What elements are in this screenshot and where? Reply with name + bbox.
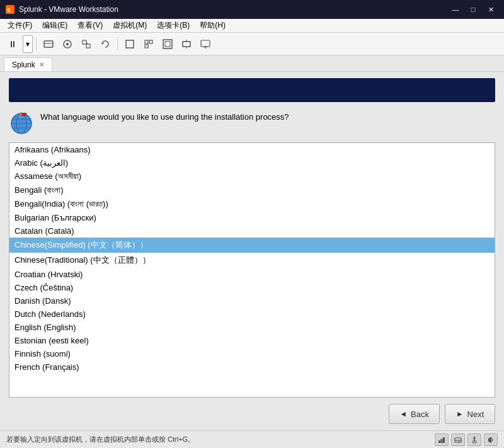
language-item[interactable]: Chinese(Traditional) (中文（正體）） [9, 253, 495, 268]
back-label: Back [411, 410, 429, 419]
language-item[interactable]: English (English) [9, 321, 495, 334]
language-item[interactable]: Estonian (eesti keel) [9, 334, 495, 347]
status-icons [435, 434, 498, 446]
installer-banner [9, 78, 495, 102]
close-button[interactable]: ✕ [483, 3, 499, 16]
svg-rect-15 [165, 42, 170, 47]
next-button[interactable]: ► Next [445, 404, 495, 424]
language-item[interactable]: Chinese(Simplified) (中文（简体）） [9, 238, 495, 253]
window-controls: — □ ✕ [447, 3, 499, 16]
status-text: 若要输入定向到该虚拟机，请在虚拟机内部单击或按 Ctrl+G。 [6, 435, 195, 444]
menu-tabs[interactable]: 选项卡(B) [152, 19, 195, 32]
send-ctrl-alt-del-button[interactable] [40, 35, 57, 53]
svg-rect-31 [443, 437, 445, 443]
language-item[interactable]: Catalan (Català) [9, 224, 495, 238]
main-content: What language would you like to use duri… [0, 72, 504, 430]
status-bar: 若要输入定向到该虚拟机，请在虚拟机内部单击或按 Ctrl+G。 [0, 430, 504, 448]
menu-edit[interactable]: 编辑(E) [37, 19, 72, 32]
menu-view[interactable]: 查看(V) [72, 19, 108, 32]
next-label: Next [467, 410, 484, 419]
svg-text:S: S [7, 7, 11, 13]
svg-rect-28 [21, 113, 26, 116]
language-item[interactable]: Finnish (suomi) [9, 347, 495, 360]
window-title: Splunk - VMware Workstation [19, 5, 447, 14]
svg-point-5 [66, 43, 69, 45]
back-button[interactable]: ◄ Back [389, 404, 440, 424]
separator-1 [36, 38, 37, 50]
language-item[interactable]: Bengali(India) (বাংলা (ভারত)) [9, 197, 495, 211]
tab-splunk[interactable]: Splunk ✕ [4, 57, 52, 71]
svg-marker-38 [473, 437, 476, 438]
svg-rect-30 [441, 439, 443, 443]
menu-help[interactable]: 帮助(H) [195, 19, 231, 32]
drive-icon[interactable] [451, 434, 465, 446]
view-options-button[interactable] [197, 35, 214, 53]
tab-close-button[interactable]: ✕ [39, 61, 44, 68]
separator-2 [117, 38, 118, 50]
svg-rect-11 [145, 40, 148, 43]
toolbar: ⏸ ▾ [0, 33, 504, 55]
content-area: What language would you like to use duri… [0, 72, 504, 430]
language-list-container: Afrikaans (Afrikaans)Arabic (العربية)Ass… [9, 142, 495, 398]
language-item[interactable]: Assamese (অসমীয়া) [9, 169, 495, 183]
svg-rect-27 [20, 112, 21, 118]
back-icon: ◄ [399, 410, 407, 418]
language-item[interactable]: Dutch (Nederlands) [9, 307, 495, 321]
language-item[interactable]: Afrikaans (Afrikaans) [9, 143, 495, 156]
question-text: What language would you like to use duri… [40, 111, 289, 123]
fit-window-button[interactable] [159, 35, 176, 53]
language-item[interactable]: Bengali (বাংলা) [9, 183, 495, 197]
usb-icon[interactable] [467, 434, 481, 446]
svg-rect-29 [438, 440, 440, 443]
question-area: What language would you like to use duri… [0, 107, 504, 142]
menu-file[interactable]: 文件(F) [3, 19, 37, 32]
svg-rect-10 [126, 40, 134, 48]
app-icon: S [5, 4, 15, 14]
svg-rect-16 [183, 42, 190, 47]
svg-rect-14 [163, 40, 172, 49]
title-bar: S Splunk - VMware Workstation — □ ✕ [0, 0, 504, 19]
snapshot-button[interactable] [59, 35, 76, 53]
svg-rect-12 [149, 40, 152, 43]
svg-rect-2 [44, 41, 53, 47]
menu-bar: 文件(F) 编辑(E) 查看(V) 虚拟机(M) 选项卡(B) 帮助(H) [0, 19, 504, 33]
fullscreen-button[interactable] [121, 35, 139, 53]
minimize-button[interactable]: — [447, 3, 464, 16]
language-item[interactable]: Croatian (Hrvatski) [9, 268, 495, 281]
next-icon: ► [456, 410, 464, 418]
svg-point-34 [459, 441, 460, 442]
language-item[interactable]: Bulgarian (Български) [9, 211, 495, 224]
audio-icon[interactable] [484, 434, 498, 446]
svg-marker-40 [488, 437, 491, 443]
globe-icon [9, 111, 34, 136]
tab-bar: Splunk ✕ [0, 55, 504, 72]
fit-guest-button[interactable] [178, 35, 195, 53]
svg-rect-7 [86, 44, 90, 48]
tab-label: Splunk [12, 60, 35, 69]
network-icon[interactable] [435, 434, 449, 446]
pause-dropdown[interactable]: ▾ [23, 35, 33, 53]
svg-rect-6 [83, 40, 86, 44]
svg-rect-13 [145, 45, 148, 48]
nav-buttons: ◄ Back ► Next [0, 398, 504, 430]
language-item[interactable]: Czech (Čeština) [9, 281, 495, 294]
unity-button[interactable] [140, 35, 158, 53]
menu-vm[interactable]: 虚拟机(M) [108, 19, 152, 32]
language-item[interactable]: French (Français) [9, 360, 495, 374]
svg-rect-19 [201, 40, 210, 47]
language-item[interactable]: Arabic (العربية) [9, 156, 495, 169]
maximize-button[interactable]: □ [465, 3, 481, 16]
language-item[interactable]: Danish (Dansk) [9, 294, 495, 307]
snapshot-manager-button[interactable] [77, 35, 95, 53]
language-list[interactable]: Afrikaans (Afrikaans)Arabic (العربية)Ass… [9, 143, 495, 397]
svg-rect-36 [472, 441, 476, 443]
revert-button[interactable] [96, 35, 114, 53]
pause-button[interactable]: ⏸ [4, 35, 21, 53]
